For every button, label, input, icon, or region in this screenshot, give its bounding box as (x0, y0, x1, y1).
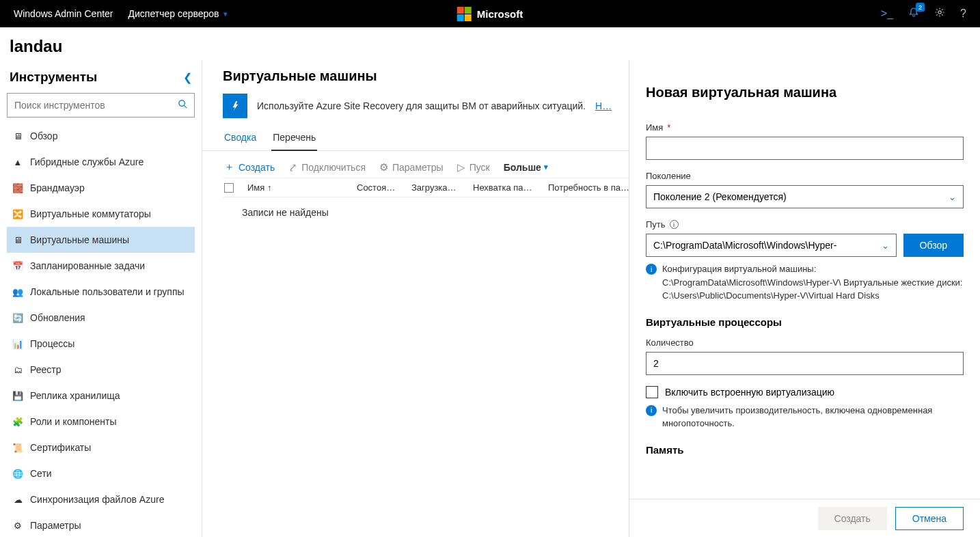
gear-icon: ⚙ (379, 161, 388, 174)
more-button[interactable]: Больше▾ (504, 162, 548, 173)
notifications-icon[interactable]: 2 (908, 7, 919, 20)
tools-title: Инструменты (10, 70, 97, 85)
banner-link[interactable]: Н… (595, 100, 612, 111)
select-all-checkbox[interactable] (224, 183, 234, 193)
tools-search[interactable] (7, 93, 195, 118)
server-manager-menu[interactable]: Диспетчер серверов ▾ (128, 8, 228, 19)
chevron-down-icon: ⌄ (882, 240, 889, 251)
sidebar-item-2[interactable]: 🧱Брандмауэр (7, 175, 195, 201)
topbar: Windows Admin Center Диспетчер серверов … (0, 0, 980, 27)
tab-inventory[interactable]: Перечень (271, 128, 317, 151)
play-icon: ▷ (457, 161, 465, 174)
sidebar-item-label: Параметры (30, 520, 81, 531)
info-icon[interactable]: i (670, 220, 679, 229)
sidebar-item-8[interactable]: 📊Процессы (7, 331, 195, 357)
info-icon: i (646, 264, 657, 275)
sidebar-item-9[interactable]: 🗂Реестр (7, 357, 195, 383)
tool-icon: 🗂 (12, 364, 23, 375)
path-value: C:\ProgramData\Microsoft\Windows\Hyper- (653, 240, 836, 251)
connect-button[interactable]: ⤤Подключиться (288, 161, 366, 174)
count-label: Количество (646, 338, 964, 348)
footer-create-button[interactable]: Создать (818, 507, 887, 530)
sidebar-item-0[interactable]: 🖥Обзор (7, 123, 195, 149)
sidebar-item-label: Обзор (30, 130, 57, 141)
generation-label: Поколение (646, 171, 964, 181)
sidebar-item-3[interactable]: 🔀Виртуальные коммутаторы (7, 201, 195, 227)
path-select[interactable]: C:\ProgramData\Microsoft\Windows\Hyper- … (646, 234, 897, 257)
chevron-down-icon: ▾ (544, 163, 548, 171)
new-vm-panel: Новая виртуальная машина Имя* Поколение … (629, 60, 980, 537)
count-field[interactable] (646, 352, 964, 375)
footer-cancel-button[interactable]: Отмена (895, 507, 964, 530)
tool-icon: 📅 (12, 260, 23, 271)
tool-icon: ☁ (12, 494, 23, 505)
microsoft-logo: Microsoft (457, 7, 523, 21)
col-state[interactable]: Состоя… (357, 182, 398, 193)
sidebar-item-label: Локальные пользователи и группы (30, 286, 185, 297)
start-button[interactable]: ▷Пуск (457, 161, 490, 174)
plus-icon: ＋ (224, 161, 234, 174)
help-icon[interactable]: ? (960, 8, 966, 20)
col-pressure[interactable]: Нехватка па… (473, 182, 534, 193)
create-button[interactable]: ＋Создать (224, 161, 275, 174)
tool-icon: 🖥 (12, 130, 23, 141)
sidebar-item-6[interactable]: 👥Локальные пользователи и группы (7, 279, 195, 305)
sidebar-item-label: Виртуальные коммутаторы (30, 208, 151, 219)
sidebar-item-label: Виртуальные машины (30, 234, 129, 245)
collapse-sidebar-icon[interactable]: ❮ (183, 71, 192, 84)
tool-icon: 🖥 (12, 234, 23, 245)
sidebar-item-14[interactable]: ☁Синхронизация файлов Azure (7, 486, 195, 512)
notification-badge: 2 (916, 3, 925, 12)
info-icon: i (646, 405, 657, 416)
generation-select[interactable]: Поколение 2 (Рекомендуется) ⌄ (646, 185, 964, 208)
sidebar-item-label: Роли и компоненты (30, 416, 117, 427)
smt-info: i Чтобы увеличить производительность, вк… (646, 404, 964, 430)
powershell-icon[interactable]: >_ (881, 8, 893, 20)
sidebar-item-13[interactable]: 🌐Сети (7, 460, 195, 486)
sidebar-item-12[interactable]: 📜Сертификаты (7, 435, 195, 460)
tool-icon: ⚙ (12, 520, 23, 531)
name-field[interactable] (646, 137, 964, 160)
azure-icon (223, 94, 247, 118)
sidebar-item-7[interactable]: 🔄Обновления (7, 305, 195, 331)
tools-nav: 🖥Обзор▲Гибридные службы Azure🧱Брандмауэр… (7, 123, 195, 537)
sidebar-item-4[interactable]: 🖥Виртуальные машины (7, 227, 195, 253)
tool-icon: 💾 (12, 390, 23, 401)
gear-icon[interactable] (934, 7, 945, 20)
tool-icon: 📜 (12, 442, 23, 453)
sidebar-item-label: Сертификаты (30, 442, 91, 453)
col-name[interactable]: Имя ↑ (247, 182, 343, 193)
search-input[interactable] (8, 100, 171, 111)
nested-virt-checkbox[interactable]: Включить встроенную виртуализацию (646, 386, 964, 398)
cpu-section-title: Виртуальные процессоры (646, 316, 964, 328)
sidebar-item-15[interactable]: ⚙Параметры (7, 512, 195, 537)
sidebar-item-label: Брандмауэр (30, 182, 85, 193)
tool-icon: 📊 (12, 338, 23, 349)
tool-icon: ▲ (12, 156, 23, 167)
col-load[interactable]: Загрузка… (411, 182, 459, 193)
sidebar-item-11[interactable]: 🧩Роли и компоненты (7, 409, 195, 435)
svg-point-0 (938, 11, 941, 14)
sidebar-item-label: Сети (30, 468, 52, 479)
sidebar-item-10[interactable]: 💾Реплика хранилища (7, 383, 195, 409)
sidebar-item-1[interactable]: ▲Гибридные службы Azure (7, 149, 195, 175)
sort-asc-icon: ↑ (267, 182, 272, 193)
sidebar-item-label: Реплика хранилища (30, 390, 120, 401)
server-name: landau (0, 27, 980, 60)
name-label: Имя* (646, 122, 964, 133)
col-demand[interactable]: Потребность в па… (548, 182, 630, 193)
search-icon[interactable] (171, 99, 194, 111)
tool-icon: 🔄 (12, 312, 23, 323)
browse-button[interactable]: Обзор (903, 234, 964, 257)
tool-icon: 🌐 (12, 468, 23, 479)
checkbox-icon (646, 386, 658, 398)
tab-summary[interactable]: Сводка (223, 128, 258, 150)
tool-icon: 🔀 (12, 208, 23, 219)
ms-logo-icon (457, 7, 472, 21)
brand-label[interactable]: Windows Admin Center (14, 8, 113, 19)
settings-button[interactable]: ⚙Параметры (379, 161, 444, 174)
sidebar-item-label: Запланированные задачи (30, 260, 145, 271)
sidebar-item-5[interactable]: 📅Запланированные задачи (7, 253, 195, 279)
path-label: Путь i (646, 219, 964, 230)
tool-icon: 👥 (12, 286, 23, 297)
